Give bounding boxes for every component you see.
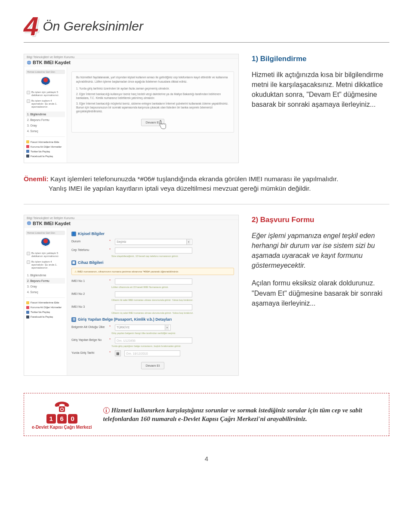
sidebar-note1: Bu işlem için yaklaşık 5 dakikanızı ayır… xyxy=(31,252,64,258)
info-panel: Bu hizmetleri faydalanarak, yurt dışında… xyxy=(71,71,234,133)
box-icon xyxy=(27,252,30,255)
device-icon: ▣ xyxy=(71,260,76,265)
label-imei1: IMEI No 1 xyxy=(71,278,106,282)
section-cihaz: Cihaz Bilgileri xyxy=(78,260,104,265)
step1-text: Hizmeti ilk açtığınızda kısa bir bilgile… xyxy=(252,70,389,110)
step2-row: Bilgi Teknolojileri ve İletişim Kurumu B… xyxy=(24,215,389,376)
help-imei2: Cihazın iki adet IMEI numarası olması du… xyxy=(111,299,234,302)
sidebar-link-label: Favori Hizmetlerime Ekle xyxy=(31,141,59,143)
star-icon xyxy=(26,301,29,304)
sidebar-link-label: Kuruma Ait Diğer Hizmetler xyxy=(31,145,62,148)
label-imei2: IMEI No 2 xyxy=(71,291,106,295)
sidebar-step[interactable]: 3. Onay xyxy=(26,284,65,289)
info-icon: i xyxy=(103,407,110,414)
screenshot-bilgilendirme: Bilgi Teknolojileri ve İletişim Kurumu B… xyxy=(24,54,239,163)
flag-icon xyxy=(26,306,29,309)
edevlet-logo-icon xyxy=(41,238,50,247)
sidebar-step[interactable]: 1. Bilgilendirme xyxy=(26,111,65,117)
sidebar-link-org[interactable]: Kuruma Ait Diğer Hizmetler xyxy=(26,305,65,310)
box-icon xyxy=(27,91,30,94)
calendar-icon[interactable]: ▦ xyxy=(115,350,121,356)
twitter-icon xyxy=(26,311,29,314)
help-belge-no: Yurda giriş yaptığınız belge numarasını,… xyxy=(111,345,234,348)
sidebar-step[interactable]: 4. Sonuç xyxy=(26,289,65,295)
belge-no-input[interactable]: Örn. U123456 xyxy=(115,337,192,343)
doc-icon: ☰ xyxy=(71,317,76,322)
help-imei3: Cihazın üç adet IMEI numarası olması dur… xyxy=(111,312,234,315)
label-tarih: Yurda Giriş Tarihi xyxy=(71,350,106,354)
box-icon xyxy=(27,99,30,103)
warning-icon: ⚠ xyxy=(74,270,77,273)
box-icon xyxy=(27,260,30,264)
sidebar-step[interactable]: 2. Başvuru Formu xyxy=(26,117,65,123)
chevron-down-icon: ▾ xyxy=(165,325,169,330)
sidebar-link-org[interactable]: Kuruma Ait Diğer Hizmetler xyxy=(26,144,65,149)
sidebar-note2: Bu işlem toplam 4 aşamalıdır. Şu anda 1.… xyxy=(31,99,64,108)
label-cep: Cep Telefonu xyxy=(71,247,106,251)
callcenter-caption: e-Devlet Kapısı Çağrı Merkezi xyxy=(32,425,92,430)
sidebar-step[interactable]: 3. Onay xyxy=(26,123,65,128)
sidebar-link-label: Twitter'da Paylaş xyxy=(31,150,50,153)
cep-input[interactable] xyxy=(115,247,192,254)
section-belge: Giriş Yapılan Belge (Pasaport, Kimlik v.… xyxy=(78,317,172,322)
sidebar-back-tab[interactable]: Hizmet Listesi'ne Geri Dön xyxy=(26,231,65,235)
digit: 1 xyxy=(46,414,56,424)
header-rule xyxy=(24,42,389,43)
label-imei3: IMEI No 3 xyxy=(71,304,106,308)
imei1-input[interactable] xyxy=(115,278,192,285)
mid-rule xyxy=(24,204,389,204)
edevlet-logo-icon xyxy=(41,77,50,86)
info-line: 1. Yurda giriş tarihiniz üzerinden bir a… xyxy=(76,87,229,90)
sidebar-note1: Bu işlem için yaklaşık 5 dakikanızı ayır… xyxy=(31,91,64,97)
durum-select[interactable]: Seçiniz▾ xyxy=(115,239,192,245)
important-label: Önemli: xyxy=(24,175,49,182)
sidebar-step[interactable]: 2. Başvuru Formu xyxy=(26,278,65,284)
sidebar-link-twitter[interactable]: Twitter'da Paylaş xyxy=(26,310,65,315)
star-icon xyxy=(26,140,29,143)
sidebar-link-label: Favori Hizmetlerime Ekle xyxy=(31,301,59,304)
ulke-select[interactable]: TÜRKİYE▾ xyxy=(115,325,171,331)
scr-org: Bilgi Teknolojileri ve İletişim Kurumu xyxy=(24,54,238,59)
sidebar-note2: Bu işlem toplam 4 aşamalıdır. Şu anda 1.… xyxy=(31,260,64,269)
sidebar-link-fav[interactable]: Favori Hizmetlerime Ekle xyxy=(26,139,65,144)
cursor-hand-icon xyxy=(158,120,167,132)
callcenter-text: Hizmeti kullanırken karşılaştığınız soru… xyxy=(103,407,362,422)
imei3-input[interactable] xyxy=(115,304,192,310)
scr-title: BTK IMEI Kaydet xyxy=(33,221,71,226)
important-note: Önemli: Kayıt işlemleri telefonunuzda *#… xyxy=(24,174,389,194)
step2-p2: Açılan formu eksiksiz olarak doldurunuz.… xyxy=(252,278,389,308)
sidebar-link-label: Twitter'da Paylaş xyxy=(31,311,50,313)
step2-p1: Eğer işlemi yapmanıza engel teşkil eden … xyxy=(252,231,389,271)
svg-point-4 xyxy=(61,408,63,410)
globe-icon xyxy=(27,60,31,65)
info-intro: Bu hizmetleri faydalanarak, yurt dışında… xyxy=(76,75,229,84)
sidebar-link-label: Facebook'ta Paylaş xyxy=(31,315,53,318)
label-ulke: Belgenin Ait Olduğu Ülke xyxy=(71,325,106,328)
tarih-input[interactable]: Örn. 18/12/2010 xyxy=(124,350,180,356)
page-title: Ön Gereksinimler xyxy=(43,19,143,34)
chevron-down-icon: ▾ xyxy=(186,239,191,244)
sidebar-step[interactable]: 4. Sonuç xyxy=(26,128,65,134)
callcenter-box: 1 6 0 e-Devlet Kapısı Çağrı Merkezi iHiz… xyxy=(24,393,389,436)
twitter-icon xyxy=(26,150,29,153)
digit: 6 xyxy=(57,414,67,424)
step1-heading: 1) Bilgilendirme xyxy=(252,54,389,65)
sidebar-step[interactable]: 1. Bilgilendirme xyxy=(26,272,65,278)
page-number: 4 xyxy=(24,455,389,462)
sidebar-link-twitter[interactable]: Twitter'da Paylaş xyxy=(26,149,65,154)
scr2-sidebar: Hizmet Listesi'ne Geri Dön Bu işlem için… xyxy=(24,228,67,375)
step1-row: Bilgi Teknolojileri ve İletişim Kurumu B… xyxy=(24,54,389,163)
sidebar-link-facebook[interactable]: Facebook'ta Paylaş xyxy=(26,154,65,158)
scr-title: BTK IMEI Kaydet xyxy=(33,60,71,65)
phone-icon xyxy=(53,399,71,413)
page-header: 4 Ön Gereksinimler xyxy=(24,13,389,40)
sidebar-link-facebook[interactable]: Facebook'ta Paylaş xyxy=(26,315,65,319)
imei2-input[interactable] xyxy=(115,291,192,297)
devam-button[interactable]: Devam Et xyxy=(141,362,165,369)
help-imei1: Lütfen cihazınıza ait 15 haneli IMEI Num… xyxy=(111,286,234,289)
sidebar-back-tab[interactable]: Hizmet Listesi'ne Geri Dön xyxy=(26,70,65,74)
label-durum: Durum xyxy=(71,239,106,243)
important-line2: Yanlış IMEI ile yapılan kayıtların iptal… xyxy=(49,184,311,193)
sidebar-link-fav[interactable]: Favori Hizmetlerime Ekle xyxy=(26,300,65,305)
sidebar-link-label: Facebook'ta Paylaş xyxy=(31,155,53,158)
